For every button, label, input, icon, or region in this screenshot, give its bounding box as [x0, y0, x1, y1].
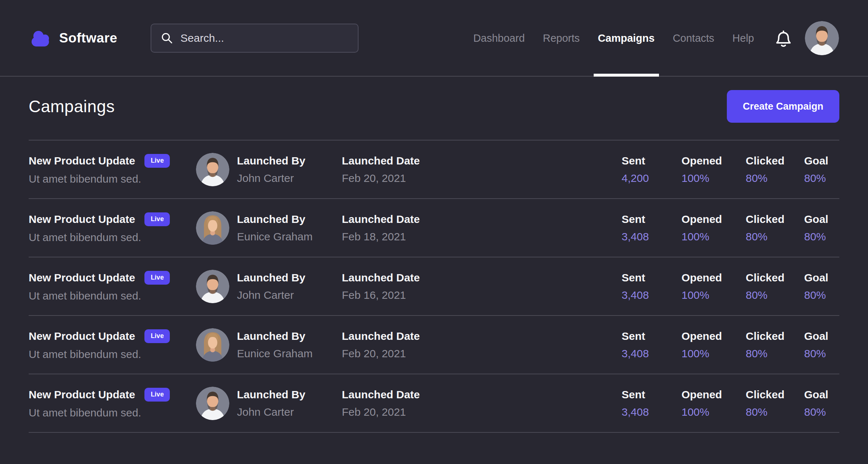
- status-badge: Live: [144, 212, 170, 226]
- brand-logo[interactable]: Software: [29, 30, 117, 46]
- clicked-label: Clicked: [746, 213, 804, 225]
- clicked-value: 80%: [746, 347, 804, 360]
- search-box: [151, 24, 359, 53]
- campaign-description: Ut amet bibendum sed.: [29, 348, 196, 361]
- opened-label: Opened: [681, 272, 746, 284]
- launched-date-label: Launched Date: [342, 213, 622, 225]
- launcher-avatar: [196, 387, 229, 420]
- clicked-label: Clicked: [746, 330, 804, 342]
- clicked-value: 80%: [746, 231, 804, 243]
- launched-date-label: Launched Date: [342, 155, 622, 167]
- nav-item-contacts[interactable]: Contacts: [673, 32, 714, 45]
- launched-by-value: John Carter: [237, 406, 342, 418]
- cloud-logo-icon: [29, 30, 52, 46]
- sent-label: Sent: [622, 388, 681, 401]
- launched-by-label: Launched By: [237, 330, 342, 342]
- sent-value: 4,200: [622, 172, 681, 184]
- sent-label: Sent: [622, 330, 681, 342]
- launched-by-value: Eunice Graham: [237, 347, 342, 360]
- launched-date-value: Feb 16, 2021: [342, 289, 622, 301]
- search-input[interactable]: [180, 32, 348, 44]
- sent-label: Sent: [622, 155, 681, 167]
- campaign-row: New Product Update Live Ut amet bibendum…: [29, 140, 839, 198]
- nav-item-reports[interactable]: Reports: [543, 32, 580, 45]
- goal-value: 80%: [804, 231, 839, 243]
- sent-value: 3,408: [622, 231, 681, 243]
- launcher-avatar: [196, 211, 229, 245]
- launched-by-label: Launched By: [237, 388, 342, 401]
- launched-by-label: Launched By: [237, 213, 342, 225]
- campaign-description: Ut amet bibendum sed.: [29, 290, 196, 302]
- launched-date-label: Launched Date: [342, 272, 622, 284]
- launcher-avatar: [196, 153, 229, 186]
- status-badge: Live: [144, 154, 170, 168]
- campaign-description: Ut amet bibendum sed.: [29, 407, 196, 419]
- bell-icon: [775, 29, 792, 47]
- sent-label: Sent: [622, 272, 681, 284]
- main-content: Campaings Create Campaign New Product Up…: [0, 90, 868, 433]
- sent-value: 3,408: [622, 406, 681, 418]
- launched-date-value: Feb 18, 2021: [342, 231, 622, 243]
- user-avatar-photo: [805, 21, 839, 55]
- campaign-name: New Product Update: [29, 155, 135, 167]
- opened-value: 100%: [681, 406, 746, 418]
- goal-label: Goal: [804, 272, 839, 284]
- clicked-label: Clicked: [746, 272, 804, 284]
- goal-value: 80%: [804, 172, 839, 184]
- campaign-row: New Product Update Live Ut amet bibendum…: [29, 374, 839, 433]
- launched-date-value: Feb 20, 2021: [342, 172, 622, 184]
- campaign-row: New Product Update Live Ut amet bibendum…: [29, 198, 839, 257]
- notifications-button[interactable]: [775, 29, 792, 47]
- launched-date-value: Feb 20, 2021: [342, 406, 622, 418]
- status-badge: Live: [144, 388, 170, 402]
- launcher-avatar: [196, 328, 229, 362]
- campaign-row: New Product Update Live Ut amet bibendum…: [29, 315, 839, 374]
- launcher-avatar: [196, 270, 229, 303]
- launched-by-label: Launched By: [237, 272, 342, 284]
- campaign-list: New Product Update Live Ut amet bibendum…: [29, 140, 839, 433]
- opened-value: 100%: [681, 289, 746, 301]
- opened-value: 100%: [681, 172, 746, 184]
- opened-label: Opened: [681, 388, 746, 401]
- opened-value: 100%: [681, 347, 746, 360]
- sent-label: Sent: [622, 213, 681, 225]
- goal-label: Goal: [804, 213, 839, 225]
- page-header: Campaings Create Campaign: [29, 90, 839, 123]
- campaign-name: New Product Update: [29, 330, 135, 342]
- goal-value: 80%: [804, 347, 839, 360]
- campaign-name: New Product Update: [29, 213, 135, 225]
- launched-by-label: Launched By: [237, 155, 342, 167]
- page-title: Campaings: [29, 97, 115, 116]
- goal-value: 80%: [804, 406, 839, 418]
- goal-label: Goal: [804, 155, 839, 167]
- search-icon: [161, 32, 173, 44]
- main-nav: Dashboard Reports Campaigns Contacts Hel…: [473, 32, 754, 45]
- status-badge: Live: [144, 271, 170, 285]
- sent-value: 3,408: [622, 289, 681, 301]
- campaign-row: New Product Update Live Ut amet bibendum…: [29, 257, 839, 315]
- nav-item-dashboard[interactable]: Dashboard: [473, 32, 525, 45]
- clicked-value: 80%: [746, 172, 804, 184]
- launched-date-label: Launched Date: [342, 330, 622, 342]
- brand-name: Software: [59, 30, 117, 46]
- opened-value: 100%: [681, 231, 746, 243]
- launched-by-value: John Carter: [237, 172, 342, 184]
- nav-item-campaigns[interactable]: Campaigns: [598, 32, 655, 45]
- opened-label: Opened: [681, 213, 746, 225]
- app-header: Software Dashboard Reports Campaigns Con…: [0, 0, 868, 77]
- opened-label: Opened: [681, 155, 746, 167]
- campaign-name: New Product Update: [29, 388, 135, 401]
- clicked-value: 80%: [746, 406, 804, 418]
- goal-label: Goal: [804, 330, 839, 342]
- create-campaign-button[interactable]: Create Campaign: [727, 90, 839, 123]
- nav-item-help[interactable]: Help: [732, 32, 754, 45]
- launched-by-value: Eunice Graham: [237, 231, 342, 243]
- launched-date-label: Launched Date: [342, 388, 622, 401]
- status-badge: Live: [144, 329, 170, 343]
- campaign-name: New Product Update: [29, 272, 135, 284]
- app-window: Software Dashboard Reports Campaigns Con…: [0, 0, 868, 464]
- launched-date-value: Feb 20, 2021: [342, 347, 622, 360]
- goal-value: 80%: [804, 289, 839, 301]
- user-avatar[interactable]: [805, 21, 839, 55]
- clicked-label: Clicked: [746, 388, 804, 401]
